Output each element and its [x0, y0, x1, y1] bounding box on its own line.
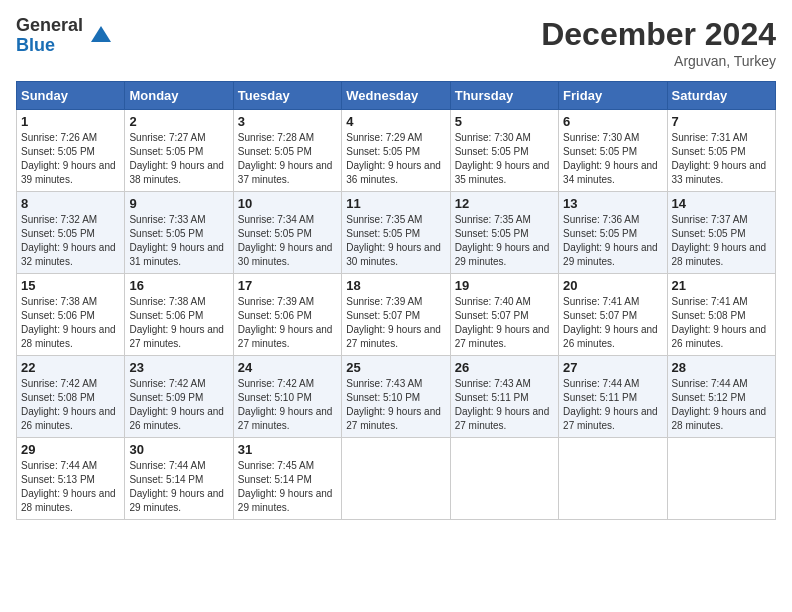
day-info: Sunrise: 7:44 AMSunset: 5:14 PMDaylight:…	[129, 459, 228, 515]
day-info: Sunrise: 7:33 AMSunset: 5:05 PMDaylight:…	[129, 213, 228, 269]
logo-blue: Blue	[16, 36, 83, 56]
day-number: 28	[672, 360, 771, 375]
calendar-cell: 7Sunrise: 7:31 AMSunset: 5:05 PMDaylight…	[667, 110, 775, 192]
calendar-week-row: 1Sunrise: 7:26 AMSunset: 5:05 PMDaylight…	[17, 110, 776, 192]
weekday-header-sunday: Sunday	[17, 82, 125, 110]
day-number: 3	[238, 114, 337, 129]
calendar-cell: 5Sunrise: 7:30 AMSunset: 5:05 PMDaylight…	[450, 110, 558, 192]
day-number: 16	[129, 278, 228, 293]
day-number: 22	[21, 360, 120, 375]
weekday-header-friday: Friday	[559, 82, 667, 110]
calendar-week-row: 22Sunrise: 7:42 AMSunset: 5:08 PMDayligh…	[17, 356, 776, 438]
calendar-body: 1Sunrise: 7:26 AMSunset: 5:05 PMDaylight…	[17, 110, 776, 520]
day-info: Sunrise: 7:34 AMSunset: 5:05 PMDaylight:…	[238, 213, 337, 269]
weekday-header-thursday: Thursday	[450, 82, 558, 110]
calendar-cell: 9Sunrise: 7:33 AMSunset: 5:05 PMDaylight…	[125, 192, 233, 274]
logo-general: General	[16, 16, 83, 36]
day-info: Sunrise: 7:38 AMSunset: 5:06 PMDaylight:…	[21, 295, 120, 351]
calendar-cell: 10Sunrise: 7:34 AMSunset: 5:05 PMDayligh…	[233, 192, 341, 274]
calendar-cell	[559, 438, 667, 520]
day-info: Sunrise: 7:30 AMSunset: 5:05 PMDaylight:…	[455, 131, 554, 187]
calendar-cell: 30Sunrise: 7:44 AMSunset: 5:14 PMDayligh…	[125, 438, 233, 520]
calendar-cell	[342, 438, 450, 520]
day-info: Sunrise: 7:39 AMSunset: 5:07 PMDaylight:…	[346, 295, 445, 351]
day-number: 2	[129, 114, 228, 129]
calendar-cell: 14Sunrise: 7:37 AMSunset: 5:05 PMDayligh…	[667, 192, 775, 274]
day-number: 18	[346, 278, 445, 293]
day-number: 15	[21, 278, 120, 293]
day-info: Sunrise: 7:42 AMSunset: 5:08 PMDaylight:…	[21, 377, 120, 433]
calendar-week-row: 29Sunrise: 7:44 AMSunset: 5:13 PMDayligh…	[17, 438, 776, 520]
day-info: Sunrise: 7:39 AMSunset: 5:06 PMDaylight:…	[238, 295, 337, 351]
calendar-cell: 20Sunrise: 7:41 AMSunset: 5:07 PMDayligh…	[559, 274, 667, 356]
calendar-cell: 23Sunrise: 7:42 AMSunset: 5:09 PMDayligh…	[125, 356, 233, 438]
logo-icon	[87, 22, 115, 50]
calendar-cell: 12Sunrise: 7:35 AMSunset: 5:05 PMDayligh…	[450, 192, 558, 274]
svg-marker-0	[91, 26, 111, 42]
calendar-header: SundayMondayTuesdayWednesdayThursdayFrid…	[17, 82, 776, 110]
day-info: Sunrise: 7:40 AMSunset: 5:07 PMDaylight:…	[455, 295, 554, 351]
calendar-cell	[450, 438, 558, 520]
day-info: Sunrise: 7:27 AMSunset: 5:05 PMDaylight:…	[129, 131, 228, 187]
calendar-cell: 2Sunrise: 7:27 AMSunset: 5:05 PMDaylight…	[125, 110, 233, 192]
day-info: Sunrise: 7:42 AMSunset: 5:09 PMDaylight:…	[129, 377, 228, 433]
day-info: Sunrise: 7:30 AMSunset: 5:05 PMDaylight:…	[563, 131, 662, 187]
calendar-cell: 18Sunrise: 7:39 AMSunset: 5:07 PMDayligh…	[342, 274, 450, 356]
day-number: 11	[346, 196, 445, 211]
calendar-cell: 28Sunrise: 7:44 AMSunset: 5:12 PMDayligh…	[667, 356, 775, 438]
day-info: Sunrise: 7:45 AMSunset: 5:14 PMDaylight:…	[238, 459, 337, 515]
calendar-week-row: 8Sunrise: 7:32 AMSunset: 5:05 PMDaylight…	[17, 192, 776, 274]
day-info: Sunrise: 7:35 AMSunset: 5:05 PMDaylight:…	[346, 213, 445, 269]
calendar-week-row: 15Sunrise: 7:38 AMSunset: 5:06 PMDayligh…	[17, 274, 776, 356]
day-info: Sunrise: 7:32 AMSunset: 5:05 PMDaylight:…	[21, 213, 120, 269]
calendar-cell: 4Sunrise: 7:29 AMSunset: 5:05 PMDaylight…	[342, 110, 450, 192]
calendar-cell: 27Sunrise: 7:44 AMSunset: 5:11 PMDayligh…	[559, 356, 667, 438]
weekday-header-monday: Monday	[125, 82, 233, 110]
calendar-table: SundayMondayTuesdayWednesdayThursdayFrid…	[16, 81, 776, 520]
day-info: Sunrise: 7:26 AMSunset: 5:05 PMDaylight:…	[21, 131, 120, 187]
day-info: Sunrise: 7:44 AMSunset: 5:12 PMDaylight:…	[672, 377, 771, 433]
day-info: Sunrise: 7:42 AMSunset: 5:10 PMDaylight:…	[238, 377, 337, 433]
day-number: 20	[563, 278, 662, 293]
calendar-cell: 21Sunrise: 7:41 AMSunset: 5:08 PMDayligh…	[667, 274, 775, 356]
day-info: Sunrise: 7:38 AMSunset: 5:06 PMDaylight:…	[129, 295, 228, 351]
day-number: 29	[21, 442, 120, 457]
day-number: 4	[346, 114, 445, 129]
day-number: 24	[238, 360, 337, 375]
calendar-cell: 16Sunrise: 7:38 AMSunset: 5:06 PMDayligh…	[125, 274, 233, 356]
day-number: 30	[129, 442, 228, 457]
day-info: Sunrise: 7:43 AMSunset: 5:11 PMDaylight:…	[455, 377, 554, 433]
day-number: 9	[129, 196, 228, 211]
day-info: Sunrise: 7:31 AMSunset: 5:05 PMDaylight:…	[672, 131, 771, 187]
calendar-cell: 29Sunrise: 7:44 AMSunset: 5:13 PMDayligh…	[17, 438, 125, 520]
logo: General Blue	[16, 16, 115, 56]
day-info: Sunrise: 7:41 AMSunset: 5:07 PMDaylight:…	[563, 295, 662, 351]
day-number: 5	[455, 114, 554, 129]
calendar-cell: 13Sunrise: 7:36 AMSunset: 5:05 PMDayligh…	[559, 192, 667, 274]
calendar-cell: 15Sunrise: 7:38 AMSunset: 5:06 PMDayligh…	[17, 274, 125, 356]
day-number: 6	[563, 114, 662, 129]
day-info: Sunrise: 7:36 AMSunset: 5:05 PMDaylight:…	[563, 213, 662, 269]
calendar-cell	[667, 438, 775, 520]
day-number: 12	[455, 196, 554, 211]
calendar-cell: 3Sunrise: 7:28 AMSunset: 5:05 PMDaylight…	[233, 110, 341, 192]
location: Arguvan, Turkey	[541, 53, 776, 69]
day-number: 1	[21, 114, 120, 129]
title-block: December 2024 Arguvan, Turkey	[541, 16, 776, 69]
day-info: Sunrise: 7:43 AMSunset: 5:10 PMDaylight:…	[346, 377, 445, 433]
day-number: 8	[21, 196, 120, 211]
weekday-header-saturday: Saturday	[667, 82, 775, 110]
day-info: Sunrise: 7:37 AMSunset: 5:05 PMDaylight:…	[672, 213, 771, 269]
day-info: Sunrise: 7:28 AMSunset: 5:05 PMDaylight:…	[238, 131, 337, 187]
calendar-cell: 25Sunrise: 7:43 AMSunset: 5:10 PMDayligh…	[342, 356, 450, 438]
day-number: 23	[129, 360, 228, 375]
day-number: 14	[672, 196, 771, 211]
calendar-cell: 24Sunrise: 7:42 AMSunset: 5:10 PMDayligh…	[233, 356, 341, 438]
day-number: 27	[563, 360, 662, 375]
day-info: Sunrise: 7:35 AMSunset: 5:05 PMDaylight:…	[455, 213, 554, 269]
calendar-cell: 26Sunrise: 7:43 AMSunset: 5:11 PMDayligh…	[450, 356, 558, 438]
day-number: 21	[672, 278, 771, 293]
day-number: 31	[238, 442, 337, 457]
day-number: 13	[563, 196, 662, 211]
day-number: 10	[238, 196, 337, 211]
